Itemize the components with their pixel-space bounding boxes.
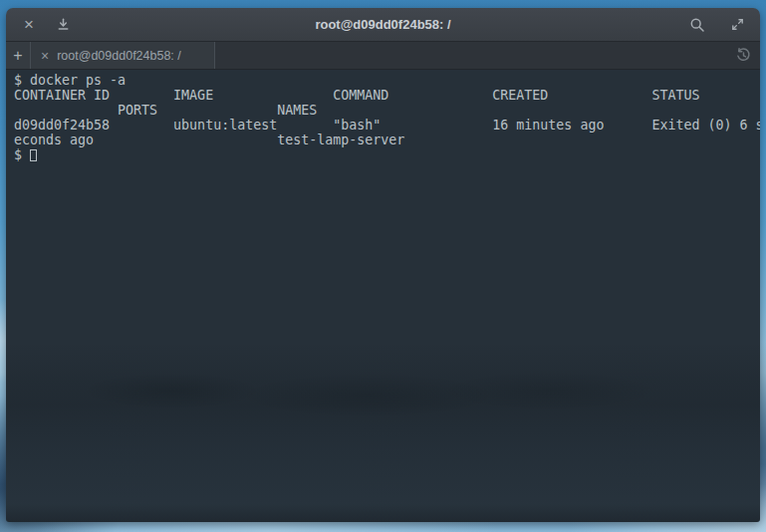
terminal-prompt-line: $ [14,147,760,162]
fullscreen-button[interactable] [724,12,750,38]
terminal-cursor [30,149,37,161]
terminal-line-container-row: d09dd0f24b58 ubuntu:latest "bash" 16 min… [14,118,760,133]
search-button[interactable] [684,12,710,38]
terminal-line-header-2: PORTS NAMES [14,103,760,118]
prompt: $ [14,147,30,162]
history-button[interactable] [726,42,760,69]
terminal-line-header-1: CONTAINER ID IMAGE COMMAND CREATED STATU… [14,88,760,103]
tab-root-session[interactable]: × root@d09dd0f24b58: / [31,42,215,69]
new-tab-button[interactable]: + [6,42,31,69]
tab-title: root@d09dd0f24b58: / [57,49,181,63]
tabbar-spacer [215,42,726,69]
close-window-button[interactable]: × [16,12,42,38]
tab-bar: + × root@d09dd0f24b58: / [6,42,760,70]
terminal-screen[interactable]: $ docker ps -a CONTAINER ID IMAGE COMMAN… [6,70,760,522]
download-button[interactable] [50,12,76,38]
plus-icon: + [13,47,22,65]
download-icon [56,17,71,32]
fullscreen-icon [730,17,745,32]
search-icon [689,17,705,33]
history-icon [735,47,752,64]
tab-close-icon[interactable]: × [41,49,49,63]
terminal-line-command: $ docker ps -a [14,73,760,88]
close-icon: × [24,16,34,33]
terminal-window: root@d09dd0f24b58: / × [6,8,760,522]
titlebar: root@d09dd0f24b58: / × [6,8,760,42]
window-title: root@d09dd0f24b58: / [6,17,760,32]
terminal-line-container-row-wrap: econds ago test-lamp-server [14,133,760,147]
